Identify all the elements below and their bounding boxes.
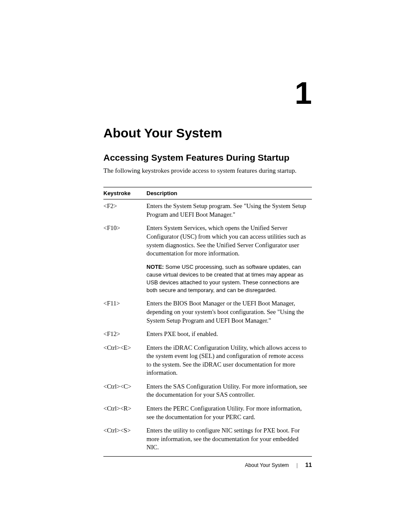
keystroke-cell: <Ctrl><E> (103, 341, 146, 380)
page-content: 1 About Your System Accessing System Fea… (0, 0, 411, 457)
description-cell: Enters the SAS Configuration Utility. Fo… (146, 380, 312, 402)
table-row: <F11> Enters the BIOS Boot Manager or th… (103, 297, 312, 327)
table-row: <F2> Enters the System Setup program. Se… (103, 199, 312, 222)
description-cell: Enters System Services, which opens the … (146, 221, 312, 260)
keystroke-cell: <F11> (103, 297, 146, 327)
col-header-keystroke: Keystroke (103, 187, 146, 199)
chapter-number: 1 (103, 78, 312, 109)
chapter-title: About Your System (103, 126, 312, 140)
description-cell: Enters the PERC Configuration Utility. F… (146, 402, 312, 424)
description-cell: Enters the iDRAC Configuration Utility, … (146, 341, 312, 380)
note-label: NOTE: (146, 264, 164, 270)
keystroke-cell: <F2> (103, 199, 146, 222)
table-row: <Ctrl><S> Enters the utility to configur… (103, 424, 312, 456)
keystroke-table: Keystroke Description <F2> Enters the Sy… (103, 187, 312, 457)
keystroke-cell: <Ctrl><C> (103, 380, 146, 402)
keystroke-cell: <F12> (103, 327, 146, 341)
col-header-description: Description (146, 187, 312, 199)
section-intro: The following keystrokes provide access … (103, 166, 312, 175)
description-cell: Enters PXE boot, if enabled. (146, 327, 312, 341)
table-row: <Ctrl><R> Enters the PERC Configuration … (103, 402, 312, 424)
note-cell: NOTE: Some USC processing, such as softw… (146, 261, 312, 297)
page-number: 11 (305, 461, 312, 468)
table-row: <F10> Enters System Services, which open… (103, 221, 312, 260)
keystroke-cell: <Ctrl><R> (103, 402, 146, 424)
page-footer: About Your System | 11 (245, 461, 312, 468)
table-row: <Ctrl><E> Enters the iDRAC Configuration… (103, 341, 312, 380)
keystroke-cell (103, 261, 146, 297)
footer-separator: | (296, 462, 298, 468)
section-title: Accessing System Features During Startup (103, 152, 312, 163)
table-row: <F12> Enters PXE boot, if enabled. (103, 327, 312, 341)
table-row: <Ctrl><C> Enters the SAS Configuration U… (103, 380, 312, 402)
keystroke-cell: <Ctrl><S> (103, 424, 146, 456)
description-cell: Enters the BIOS Boot Manager or the UEFI… (146, 297, 312, 327)
footer-title: About Your System (245, 462, 289, 468)
note-text: Some USC processing, such as software up… (146, 264, 303, 294)
table-row: NOTE: Some USC processing, such as softw… (103, 261, 312, 297)
description-cell: Enters the System Setup program. See "Us… (146, 199, 312, 222)
keystroke-cell: <F10> (103, 221, 146, 260)
description-cell: Enters the utility to configure NIC sett… (146, 424, 312, 456)
